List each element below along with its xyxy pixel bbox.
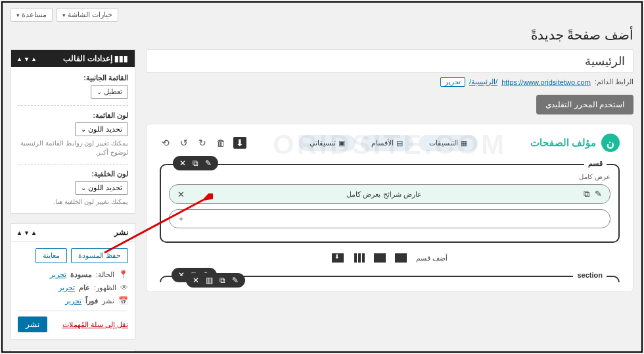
theme-icon: ▮▮▮ — [114, 54, 128, 63]
preview-button[interactable]: معاينة — [35, 248, 67, 263]
add-row-bar[interactable]: ＋ — [169, 209, 610, 228]
pub-toggle-icon[interactable]: ▴ — [18, 229, 21, 236]
frow-cols-icon[interactable]: ▥ — [206, 276, 213, 285]
permalink-edit-button[interactable]: تحرير — [440, 77, 465, 87]
add-section-label: أضف قسم — [416, 254, 448, 263]
section-subtitle: عرض كامل — [169, 173, 610, 180]
floating-row-toolbar: ✎ ⧉ ▥ ✕ — [186, 273, 245, 288]
row-title: عارض شرائح بعرض كامل — [346, 190, 421, 199]
bg-color-label: لون الخلفية: — [18, 170, 128, 178]
trash-link[interactable]: نقل إلى سلة المُهملات — [62, 320, 128, 329]
frow-close-icon[interactable]: ✕ — [193, 276, 199, 285]
permalink-row: الرابط الدائم: https://www.oridsitetwo.c… — [146, 77, 633, 87]
permalink-slug[interactable]: /الرئيسية/ — [469, 78, 497, 86]
copy-section-icon[interactable]: ⧉ — [193, 159, 198, 168]
redo-icon[interactable]: ↻ — [196, 137, 208, 149]
section-block: قسم ✎ ⧉ ✕ عرض كامل ✎ ⧉ عارض شرائح بعرض ك… — [160, 164, 620, 243]
pub-up-icon[interactable]: ▴ — [32, 229, 35, 236]
add-row-icon[interactable]: ＋ — [177, 214, 185, 224]
brand-logo-icon: ن — [601, 134, 620, 152]
menu-color-button[interactable]: تحديد اللون — [75, 122, 128, 136]
page-title: أضف صفحةً جديدةً — [11, 27, 633, 43]
panel-toggle-icon[interactable]: ▴ — [18, 55, 21, 63]
frow-copy-icon[interactable]: ⧉ — [219, 276, 225, 285]
publish-button[interactable]: نشر — [18, 316, 47, 332]
theme-settings-panel: ▮▮▮ إعدادات القالب ▴▾▴ القائمة الجانبية:… — [11, 49, 135, 214]
section-toolbar: ✎ ⧉ ✕ — [173, 156, 218, 170]
visibility-edit-link[interactable]: تحرير — [58, 284, 75, 292]
publish-panel: نشر ▴▾▴ حفظ المسودة معاينة 📍الحالة: مسود… — [11, 223, 135, 340]
page-builder: ORIDSITE.COM ن مؤلف الصفحات ▦ التنسيقات … — [146, 124, 633, 292]
calendar-icon: 📅 — [118, 296, 128, 305]
side-menu-label: القائمة الجانبية: — [18, 74, 128, 82]
row-copy-icon[interactable]: ⧉ — [584, 189, 589, 199]
panel-up-icon[interactable]: ▴ — [32, 55, 35, 63]
delete-section-icon[interactable]: ✕ — [179, 159, 186, 168]
page-attributes-panel: خصائص الصفحة ▴▾▴ — [11, 349, 135, 353]
history-icon[interactable]: ⟲ — [160, 137, 172, 149]
pin-icon: 📍 — [118, 270, 128, 279]
add-section-bar: أضف قسم — [160, 253, 620, 263]
permalink-url[interactable]: https://www.oridsitetwo.com — [501, 78, 591, 86]
frow-edit-icon[interactable]: ✎ — [232, 276, 239, 285]
save-icon[interactable]: ⬇ — [233, 137, 246, 149]
help-tab[interactable]: مساعدة — [11, 8, 53, 22]
slider-row[interactable]: ✎ ⧉ عارض شرائح بعرض كامل ✕ — [169, 184, 610, 204]
tab-sections[interactable]: ▤ الأقسام — [361, 135, 413, 151]
tab-my-formats[interactable]: ▣ تنسيقاتي — [299, 135, 356, 151]
permalink-label: الرابط الدائم: — [595, 78, 633, 86]
screen-options-tab[interactable]: خيارات الشاشة — [57, 8, 118, 22]
pub-down-icon[interactable]: ▾ — [25, 229, 28, 236]
layout-import-icon[interactable] — [332, 253, 344, 263]
row-edit-icon[interactable]: ✎ — [595, 189, 602, 199]
layout-third-icon[interactable] — [353, 253, 365, 263]
status-edit-link[interactable]: تحرير — [50, 270, 66, 279]
classic-editor-button[interactable]: استخدم المحرر التقليدي — [536, 95, 633, 114]
section2-label: section — [573, 271, 607, 279]
save-draft-button[interactable]: حفظ المسودة — [71, 248, 128, 263]
builder-brand: ن مؤلف الصفحات — [530, 134, 620, 152]
eye-icon: 👁 — [120, 283, 128, 292]
undo-icon[interactable]: ↺ — [178, 137, 190, 149]
menu-color-hint: يمكنك تغيير لون روابط القائمة الرئيسية ل… — [18, 139, 128, 157]
tab-formats[interactable]: ▦ التنسيقات — [419, 135, 478, 151]
trash-icon[interactable]: 🗑 — [215, 137, 227, 149]
title-input[interactable] — [146, 49, 633, 73]
bg-color-hint: يمكنك تغيير لون الخلفية هنا. — [18, 197, 128, 207]
layout-half-icon[interactable] — [374, 253, 386, 263]
layout-full-icon[interactable] — [395, 253, 407, 263]
row-close-icon[interactable]: ✕ — [177, 190, 185, 199]
menu-color-label: لون القائمة: — [18, 111, 128, 120]
section-label: قسم — [584, 159, 607, 168]
edit-section-icon[interactable]: ✎ — [205, 159, 212, 168]
bg-color-button[interactable]: تحديد اللون — [75, 181, 128, 195]
panel-down-icon[interactable]: ▾ — [25, 55, 28, 63]
schedule-edit-link[interactable]: تحرير — [65, 297, 81, 305]
side-menu-select[interactable]: تعطيل — [91, 85, 128, 99]
